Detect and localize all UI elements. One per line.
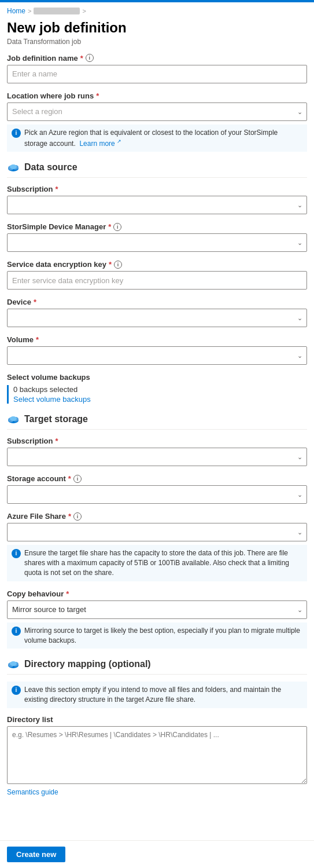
breadcrumb-home[interactable]: Home	[7, 7, 25, 15]
azure-file-share-required: *	[68, 512, 71, 521]
device-group: Device * ⌄	[7, 298, 307, 327]
datasource-subscription-group: Subscription * ⌄	[7, 185, 307, 214]
volume-backups-label: Select volume backups	[7, 373, 307, 382]
data-source-cloud-icon	[7, 163, 20, 172]
target-storage-title: Target storage	[24, 414, 88, 424]
datasource-subscription-required: *	[55, 185, 58, 193]
azure-file-share-info-box: i Ensure the target file share has the c…	[7, 545, 307, 581]
directory-mapping-info-text: Leave this section empty if you intend t…	[24, 685, 302, 705]
create-new-button[interactable]: Create new	[7, 847, 65, 862]
target-storage-section-header: Target storage	[7, 414, 307, 430]
storage-account-label: Storage account * i	[7, 474, 307, 483]
copy-behaviour-info-circle: i	[12, 627, 21, 636]
volume-select-wrapper: ⌄	[7, 346, 307, 365]
encryption-key-group: Service data encryption key * i	[7, 260, 307, 290]
datasource-subscription-label: Subscription *	[7, 185, 307, 193]
storsimple-manager-select-wrapper: ⌄	[7, 233, 307, 252]
storsimple-manager-group: StorSimple Device Manager * i ⌄	[7, 222, 307, 252]
copy-behaviour-info-box: i Mirroring source to target is likely t…	[7, 622, 307, 649]
location-info-text: Pick an Azure region that is equivalent …	[24, 128, 302, 149]
footer: Create new	[0, 840, 314, 868]
learn-more-link[interactable]: Learn more	[79, 140, 114, 148]
storage-account-required: *	[68, 474, 71, 483]
volume-backups-border: 0 backups selected Select volume backups	[7, 385, 307, 404]
select-volume-backups-link[interactable]: Select volume backups	[13, 395, 307, 404]
copy-behaviour-required: *	[66, 589, 69, 598]
svg-point-3	[10, 164, 17, 169]
location-select-wrapper: Select a region ⌄	[7, 102, 307, 121]
breadcrumb-sep-1: >	[28, 8, 31, 14]
directory-list-textarea[interactable]	[7, 726, 307, 784]
directory-mapping-title: Directory mapping (optional)	[24, 659, 151, 669]
volume-backups-section: Select volume backups 0 backups selected…	[7, 373, 307, 404]
learn-more-ext-icon: ↗	[117, 138, 121, 144]
location-group: Location where job runs * Select a regio…	[7, 91, 307, 152]
svg-point-7	[10, 416, 17, 421]
breadcrumb: Home > >	[0, 2, 314, 17]
copy-behaviour-group: Copy behaviour * Mirror source to target…	[7, 589, 307, 649]
svg-point-11	[10, 661, 17, 666]
storage-account-select[interactable]	[7, 485, 307, 504]
breadcrumb-obscured[interactable]	[34, 8, 80, 14]
location-select[interactable]: Select a region	[7, 102, 307, 121]
target-storage-cloud-icon	[7, 415, 20, 424]
volume-select[interactable]	[7, 346, 307, 365]
storage-account-group: Storage account * i ⌄	[7, 474, 307, 504]
form-container: Job definition name * i Location where j…	[0, 49, 314, 851]
device-required: *	[34, 298, 36, 306]
data-source-title: Data source	[24, 162, 77, 173]
semantics-guide-link[interactable]: Semantics guide	[7, 788, 307, 796]
azure-file-share-info-icon[interactable]: i	[73, 512, 82, 521]
page-header: New job definition Data Transformation j…	[0, 17, 314, 49]
copy-behaviour-label: Copy behaviour *	[7, 589, 307, 598]
directory-mapping-info-box: i Leave this section empty if you intend…	[7, 682, 307, 708]
azure-file-share-label: Azure File Share * i	[7, 512, 307, 521]
job-definition-name-info-icon[interactable]: i	[86, 54, 94, 62]
encryption-key-input[interactable]	[7, 271, 307, 290]
directory-list-label: Directory list	[7, 715, 307, 724]
data-source-section-header: Data source	[7, 162, 307, 178]
datasource-subscription-select[interactable]	[7, 196, 307, 214]
volume-label: Volume *	[7, 335, 307, 344]
storsimple-manager-required: *	[108, 222, 111, 231]
location-info-box: i Pick an Azure region that is equivalen…	[7, 124, 307, 152]
required-star: *	[80, 54, 83, 63]
azure-file-share-select[interactable]	[7, 523, 307, 541]
datasource-subscription-select-wrapper: ⌄	[7, 196, 307, 214]
encryption-key-info-icon[interactable]: i	[114, 261, 122, 269]
location-info-circle: i	[12, 129, 21, 138]
encryption-key-required: *	[109, 260, 112, 269]
target-subscription-select-wrapper: ⌄	[7, 448, 307, 466]
storsimple-manager-label: StorSimple Device Manager * i	[7, 222, 307, 231]
directory-list-group: Directory list Semantics guide	[7, 715, 307, 796]
volume-group: Volume * ⌄	[7, 335, 307, 365]
copy-behaviour-select[interactable]: Mirror source to target	[7, 600, 307, 619]
storsimple-manager-info-icon[interactable]: i	[113, 223, 121, 231]
directory-mapping-section-header: Directory mapping (optional)	[7, 659, 307, 675]
device-select[interactable]	[7, 309, 307, 327]
device-select-wrapper: ⌄	[7, 309, 307, 327]
backups-count: 0 backups selected	[13, 385, 307, 394]
storage-account-info-icon[interactable]: i	[73, 475, 82, 483]
directory-mapping-info-circle: i	[12, 686, 21, 695]
storage-account-select-wrapper: ⌄	[7, 485, 307, 504]
azure-file-share-group: Azure File Share * i ⌄ i Ensure the targ…	[7, 512, 307, 581]
target-subscription-group: Subscription * ⌄	[7, 437, 307, 466]
azure-file-share-info-text: Ensure the target file share has the cap…	[24, 548, 302, 577]
page-subtitle: Data Transformation job	[7, 38, 307, 46]
storsimple-manager-select[interactable]	[7, 233, 307, 252]
target-subscription-select[interactable]	[7, 448, 307, 466]
volume-required: *	[36, 335, 39, 344]
azure-file-share-info-circle: i	[12, 549, 21, 558]
job-definition-name-label: Job definition name * i	[7, 54, 307, 63]
directory-mapping-cloud-icon	[7, 660, 20, 669]
azure-file-share-select-wrapper: ⌄	[7, 523, 307, 541]
job-definition-name-input[interactable]	[7, 65, 307, 83]
breadcrumb-sep-2: >	[82, 8, 86, 14]
location-required-star: *	[96, 91, 99, 100]
target-subscription-required: *	[55, 437, 58, 445]
copy-behaviour-select-wrapper: Mirror source to target ⌄	[7, 600, 307, 619]
device-label: Device *	[7, 298, 307, 306]
location-label: Location where job runs *	[7, 91, 307, 100]
job-definition-name-group: Job definition name * i	[7, 54, 307, 83]
